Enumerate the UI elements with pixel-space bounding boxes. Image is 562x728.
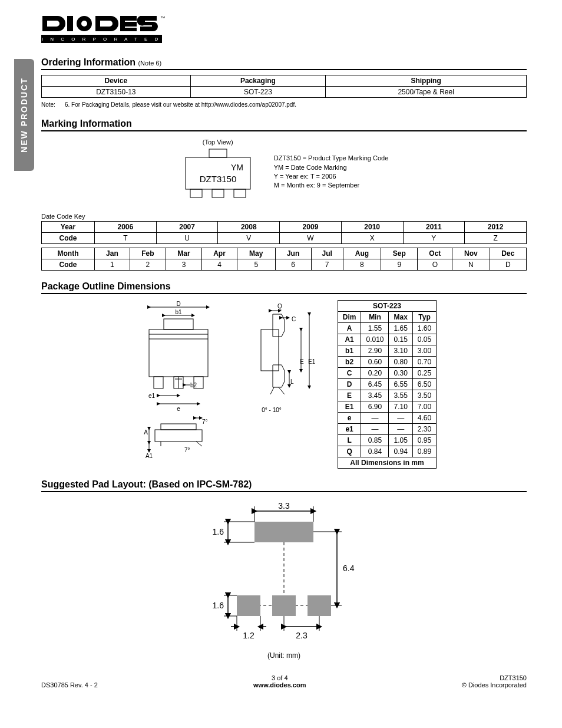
svg-rect-16 (149, 330, 208, 377)
svg-rect-10 (234, 189, 246, 197)
package-diagram-top: D b1 b2 e1 e A A1 7° 7° (131, 300, 232, 467)
svg-text:E: E (300, 358, 304, 365)
svg-text:7°: 7° (184, 447, 190, 453)
td-shipping: 2500/Tape & Reel (326, 87, 527, 98)
svg-text:D: D (176, 301, 180, 307)
svg-text:DZT3150: DZT3150 (199, 174, 236, 184)
year-code-table: Year 2006200720082009201020112012 Code T… (41, 221, 527, 244)
package-diagram-side: Q C E E1 L 0° - 10° (249, 300, 320, 431)
svg-text:™: ™ (160, 15, 165, 21)
svg-text:Q: Q (277, 303, 282, 309)
pad-layout-diagram: 3.3 1.6 6.4 1.6 1.2 2.3 (41, 498, 527, 645)
svg-rect-0 (67, 16, 73, 31)
svg-rect-15 (164, 319, 193, 330)
svg-line-46 (279, 387, 285, 394)
dims-table-wrap: SOT-223 DimMinMaxTyp A1.551.651.60 A10.0… (338, 300, 437, 469)
ordering-note: Note:6. For Packaging Details, please vi… (41, 101, 527, 108)
footer-left: DS30785 Rev. 4 - 2 (41, 681, 98, 689)
svg-text:C: C (292, 316, 296, 322)
footer-center: 3 of 4 www.diodes.com (253, 674, 306, 689)
svg-text:1.6: 1.6 (213, 601, 224, 610)
svg-text:b2: b2 (190, 382, 197, 388)
svg-text:0° - 10°: 0° - 10° (262, 407, 282, 413)
svg-rect-4 (209, 149, 227, 157)
svg-rect-31 (161, 424, 196, 430)
svg-rect-67 (272, 595, 296, 616)
svg-line-33 (196, 442, 202, 446)
dims-table: SOT-223 DimMinMaxTyp A1.551.651.60 A10.0… (338, 300, 437, 469)
th-packaging: Packaging (190, 75, 326, 87)
svg-rect-9 (212, 189, 224, 197)
svg-rect-30 (155, 430, 202, 442)
svg-rect-55 (254, 522, 313, 542)
svg-text:b1: b1 (175, 309, 182, 315)
svg-text:L: L (290, 378, 294, 385)
ordering-heading: Ordering Information (Note 6) (41, 57, 527, 70)
footer-right: DZT3150 © Diodes Incorporated (462, 674, 527, 689)
svg-text:A: A (144, 429, 148, 436)
svg-rect-68 (308, 595, 331, 616)
td-packaging: SOT-223 (190, 87, 326, 98)
month-code-table: Month JanFebMarAprMayJunJulAugSepOctNovD… (41, 248, 527, 271)
svg-text:1.6: 1.6 (213, 527, 224, 536)
marking-diagram: (Top View) YM DZT3150 (180, 139, 256, 206)
svg-rect-8 (190, 189, 202, 197)
td-device: DZT3150-13 (42, 87, 191, 98)
svg-rect-66 (237, 595, 260, 616)
svg-text:2.3: 2.3 (296, 631, 308, 640)
svg-line-47 (270, 387, 274, 394)
package-heading: Package Outline Dimensions (41, 281, 527, 294)
svg-text:YM: YM (231, 163, 243, 172)
svg-text:7°: 7° (202, 419, 208, 425)
th-shipping: Shipping (326, 75, 527, 87)
marking-heading: Marking Information (41, 118, 527, 131)
th-device: Device (42, 75, 191, 87)
svg-text:A1: A1 (146, 453, 153, 459)
svg-text:1.2: 1.2 (243, 631, 254, 640)
marking-legend: DZT3150 = Product Type Marking Code YM =… (274, 154, 389, 190)
ordering-table: Device Packaging Shipping DZT3150-13 SOT… (41, 75, 527, 98)
page-footer: DS30785 Rev. 4 - 2 3 of 4 www.diodes.com… (0, 674, 562, 706)
date-code-key-label: Date Code Key (41, 213, 527, 220)
pad-heading: Suggested Pad Layout: (Based on IPC-SM-7… (41, 479, 527, 492)
svg-rect-19 (154, 377, 163, 388)
svg-text:3.3: 3.3 (278, 501, 290, 510)
svg-text:I N C O R P O R A T E D: I N C O R P O R A T E D (42, 37, 161, 42)
diodes-logo: ™ I N C O R P O R A T E D (41, 15, 527, 45)
svg-text:e: e (177, 406, 180, 412)
svg-text:6.4: 6.4 (343, 564, 355, 573)
pad-unit: (Unit: mm) (41, 651, 527, 660)
svg-text:e1: e1 (148, 393, 156, 399)
